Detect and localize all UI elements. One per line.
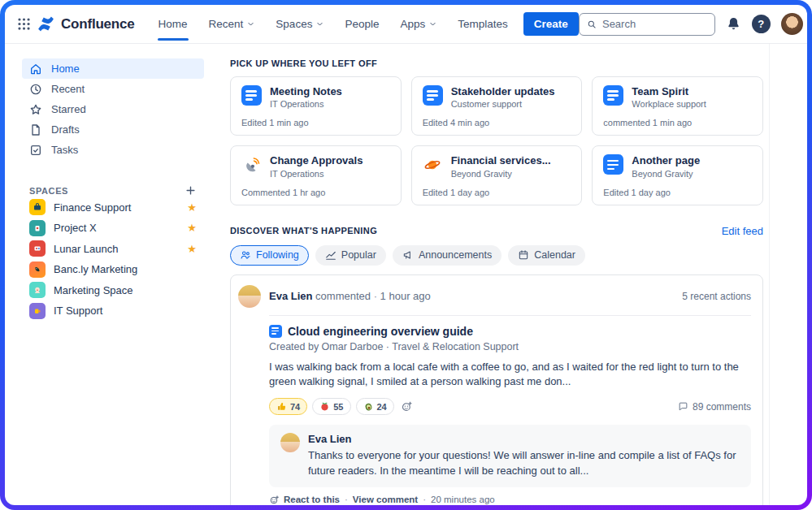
trend-chart-icon <box>325 249 337 261</box>
project-x-space-icon <box>29 220 46 236</box>
nav-recent[interactable]: Recent <box>200 5 264 44</box>
page-title-link[interactable]: Cloud engineering overview guide <box>269 325 751 338</box>
reaction-tomato[interactable]: 55 <box>312 398 350 415</box>
draft-page-icon <box>29 123 42 136</box>
page-icon <box>603 154 623 175</box>
sidebar-space-bancly-marketing[interactable]: Banc.ly Marketing <box>22 260 204 280</box>
marketing-space-space-icon <box>29 282 46 298</box>
pickup-card-stakeholder-updates[interactable]: Stakeholder updates Customer support Edi… <box>411 76 583 136</box>
page-icon <box>269 325 282 338</box>
app-switcher-icon[interactable] <box>16 13 32 36</box>
sidebar-item-tasks[interactable]: Tasks <box>22 140 204 160</box>
create-button[interactable]: Create <box>523 12 579 36</box>
avatar <box>238 285 261 308</box>
window-frame: Confluence Home Recent Spaces People App… <box>0 0 812 510</box>
product-name: Confluence <box>61 16 135 32</box>
comment-author[interactable]: Eva Lien <box>308 433 740 445</box>
comment-preview: Eva Lien Thanks to everyone for your que… <box>269 425 751 487</box>
discover-section-title: DISCOVER WHAT'S HAPPENING <box>230 226 377 236</box>
pickup-card-team-spirit[interactable]: Team Spirit Workplace support commented … <box>592 76 763 136</box>
comments-count-link[interactable]: 89 comments <box>678 401 751 413</box>
confluence-logo[interactable]: Confluence <box>37 15 135 33</box>
lunar-launch-space-icon <box>29 240 46 257</box>
pickup-card-financial-services[interactable]: Financial services... Beyond Gravity Edi… <box>411 145 583 205</box>
page-excerpt: I was walking back from a local cafe wit… <box>269 360 751 391</box>
chevron-down-icon <box>429 20 436 28</box>
feed-item-cloud-engineering: Eva Lien commented · 1 hour ago 5 recent… <box>230 274 763 506</box>
edit-feed-link[interactable]: Edit feed <box>722 225 763 237</box>
nav-templates[interactable]: Templates <box>449 5 517 44</box>
planet-icon <box>423 154 443 175</box>
card-meta: Edited 1 min ago <box>241 118 390 128</box>
chevron-down-icon <box>316 20 323 28</box>
satellite-icon <box>241 154 262 175</box>
finance-support-space-icon <box>29 199 46 215</box>
top-navigation-bar: Confluence Home Recent Spaces People App… <box>5 5 807 44</box>
avatar <box>280 433 300 452</box>
filter-calendar[interactable]: Calendar <box>508 245 585 266</box>
smiley-react-icon <box>269 495 280 505</box>
page-icon <box>423 85 443 106</box>
page-byline: Created by Omar Darboe · Travel & Reloca… <box>269 341 751 352</box>
feed-item-header: Eva Lien commented · 1 hour ago 5 recent… <box>238 285 751 308</box>
comment-timestamp: 20 minutes ago <box>431 495 495 504</box>
nav-apps[interactable]: Apps <box>391 5 445 44</box>
notifications-bell-icon[interactable] <box>726 16 741 32</box>
star-icon[interactable]: ★ <box>187 244 197 254</box>
chevron-down-icon <box>247 20 254 28</box>
author-name[interactable]: Eva Lien <box>269 290 312 302</box>
nav-spaces[interactable]: Spaces <box>267 5 332 44</box>
card-meta: Edited 1 day ago <box>603 188 752 197</box>
confluence-window: Confluence Home Recent Spaces People App… <box>5 5 807 505</box>
reaction-thumbs-up[interactable]: 74 <box>269 398 307 415</box>
sidebar-item-drafts[interactable]: Drafts <box>22 119 204 140</box>
comment-actions-row: React to this · View comment · 20 minute… <box>269 495 751 505</box>
react-to-this-button[interactable]: React to this <box>269 495 340 505</box>
star-icon[interactable]: ★ <box>187 223 197 233</box>
view-comment-button[interactable]: View comment <box>353 495 418 504</box>
pickup-section-title: PICK UP WHERE YOU LEFT OFF <box>230 58 763 68</box>
nav-people[interactable]: People <box>336 5 388 44</box>
spaces-section-header: SPACES <box>22 184 204 197</box>
nav-home[interactable]: Home <box>150 5 197 44</box>
pickup-cards-grid: Meeting Notes IT Operations Edited 1 min… <box>230 76 763 205</box>
search-input[interactable] <box>602 18 707 30</box>
home-icon <box>29 63 42 76</box>
divider <box>269 315 751 316</box>
megaphone-icon <box>402 249 414 261</box>
reaction-avocado[interactable]: 24 <box>356 398 394 415</box>
filter-announcements[interactable]: Announcements <box>393 245 502 266</box>
clock-icon <box>29 83 42 96</box>
help-icon[interactable]: ? <box>752 15 771 33</box>
page-icon <box>603 85 623 106</box>
add-reaction-icon[interactable] <box>401 400 413 413</box>
card-meta: Edited 1 day ago <box>423 188 571 197</box>
sidebar-space-project-x[interactable]: Project X ★ <box>22 218 204 239</box>
search-icon <box>587 19 597 30</box>
user-avatar[interactable] <box>781 13 803 35</box>
sidebar-space-finance-support[interactable]: Finance Support ★ <box>22 197 204 218</box>
filter-following[interactable]: Following <box>230 245 309 266</box>
sidebar-space-it-support[interactable]: IT Support <box>22 301 204 322</box>
sidebar-space-marketing-space[interactable]: Marketing Space <box>22 280 204 300</box>
star-icon[interactable]: ★ <box>187 202 197 213</box>
sidebar-item-starred[interactable]: Starred <box>22 99 204 119</box>
avocado-icon <box>363 401 374 412</box>
sidebar-item-home[interactable]: Home <box>22 58 204 79</box>
pickup-card-another-page[interactable]: Another page Beyond Gravity Edited 1 day… <box>592 145 763 205</box>
bancly-marketing-space-icon <box>29 261 46 278</box>
scrollbar-track[interactable] <box>769 44 770 505</box>
main-content: PICK UP WHERE YOU LEFT OFF Meeting Notes… <box>220 44 807 505</box>
recent-actions-count: 5 recent actions <box>682 291 751 302</box>
pickup-card-change-approvals[interactable]: Change Approvals IT Operations Commented… <box>230 145 402 205</box>
sidebar-item-recent[interactable]: Recent <box>22 79 204 99</box>
search-box[interactable] <box>579 13 715 36</box>
reactions-row: 74 55 <box>269 398 751 415</box>
timestamp: 1 hour ago <box>380 290 431 302</box>
add-space-icon[interactable] <box>185 184 197 197</box>
pickup-card-meeting-notes[interactable]: Meeting Notes IT Operations Edited 1 min… <box>230 76 402 136</box>
sidebar-space-lunar-launch[interactable]: Lunar Launch ★ <box>22 239 204 259</box>
filter-popular[interactable]: Popular <box>315 245 386 266</box>
card-meta: Edited 4 min ago <box>423 118 571 128</box>
people-icon <box>240 249 251 261</box>
